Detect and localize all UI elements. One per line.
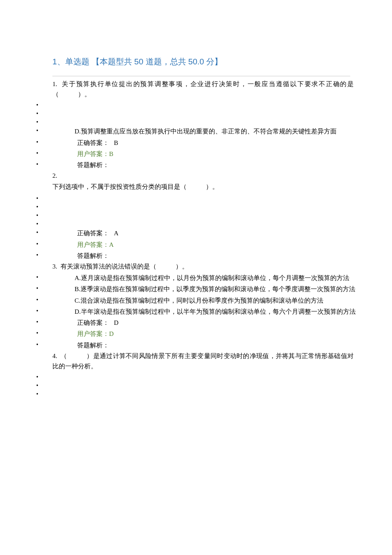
analysis-label: 答题解析： [77,162,109,168]
question-number: 2. [52,172,57,179]
correct-answer-value: D [114,319,118,326]
option-b [36,202,358,211]
section-title: 1、单选题 【本题型共 50 道题，总共 50.0 分】 [52,55,358,68]
question-1-options: D.预算调整重点应当放在预算执行中出现的重要的、非正常的、不符合常规的关键性差异… [45,100,358,171]
question-text-line: 4. （ ）是通过计算不同风险情景下所有主要变量同时变动时的净现值，并将其与正常… [52,351,354,371]
correct-answer-value: A [114,230,118,237]
question-4: 4. （ ）是通过计算不同风险情景下所有主要变量同时变动时的净现值，并将其与正常… [52,351,354,371]
question-stem: 下列选项中，不属于按投资性质分类的项目是（ ）。 [52,182,354,192]
question-stem: 有关滚动预算法的说法错误的是（ ）。 [61,263,188,270]
question-3-options: A.逐月滚动是指在预算编制过程中，以月份为预算的编制和滚动单位，每个月调整一次预… [45,272,358,351]
user-answer-value: B [109,150,113,157]
option-d: D.半年滚动是指在预算编制过程中，以半年为预算的编制和滚动单位，每六个月调整一次… [36,306,358,317]
question-3: 3. 有关滚动预算法的说法错误的是（ ）。 [52,261,354,272]
correct-answer: 正确答案： B [36,137,358,148]
analysis: 答题解析： [36,159,358,171]
option-d: D.预算调整重点应当放在预算执行中出现的重要的、非正常的、不符合常规的关键性差异… [36,126,358,137]
option-c [36,211,358,219]
option-a [36,194,358,202]
question-1: 1. 关于预算执行单位提出的预算调整事项，企业进行决策时，一般应当遵循以下要求不… [52,79,354,99]
analysis-label: 答题解析： [77,252,109,259]
correct-answer-value: B [114,139,118,146]
user-answer-label: 用户答案： [77,241,109,248]
option-letter: A. [75,275,81,281]
option-letter: B. [75,286,81,292]
correct-answer-label: 正确答案： [77,139,109,146]
option-text: 逐季滚动是指在预算编制过程中，以季度为预算的编制和滚动单位，每个季度调整一次预算… [81,286,355,292]
user-answer-value: A [109,241,114,248]
option-a [36,100,358,109]
option-letter: D. [75,308,81,315]
option-c [36,117,358,126]
option-b [36,109,358,117]
option-b: B.逐季滚动是指在预算编制过程中，以季度为预算的编制和滚动单位，每个季度调整一次… [36,283,358,295]
section-divider [52,76,350,76]
option-d [36,219,358,228]
option-c [36,389,358,398]
question-4-options [45,372,358,398]
question-text-line: 1. 关于预算执行单位提出的预算调整事项，企业进行决策时，一般应当遵循以下要求不… [52,79,354,99]
question-stem: （ ）是通过计算不同风险情景下所有主要变量同时变动时的净现值，并将其与正常情形基… [52,353,354,370]
question-number: 4. [52,353,57,359]
user-answer-value: D [109,330,114,337]
user-answer: 用户答案：A [36,239,358,250]
question-stem: 关于预算执行单位提出的预算调整事项，企业进行决策时，一般应当遵循以下要求不正确的… [52,81,354,98]
question-2: 2. 下列选项中，不属于按投资性质分类的项目是（ ）。 [52,171,354,192]
option-text: 混合滚动是指在预算编制过程中，同时以月份和季度作为预算的编制和滚动单位的方法 [81,297,323,304]
correct-answer: 正确答案： A [36,228,358,239]
analysis: 答题解析： [36,250,358,261]
user-answer: 用户答案：D [36,328,358,339]
option-letter: D. [75,128,81,135]
option-b [36,381,358,389]
option-text: 预算调整重点应当放在预算执行中出现的重要的、非正常的、不符合常规的关键性差异方面 [81,128,337,135]
user-answer-label: 用户答案： [77,330,109,337]
analysis: 答题解析： [36,340,358,351]
option-text: 半年滚动是指在预算编制过程中，以半年为预算的编制和滚动单位，每六个月调整一次预算… [81,308,356,315]
question-text-line: 3. 有关滚动预算法的说法错误的是（ ）。 [52,261,354,272]
analysis-label: 答题解析： [77,342,109,349]
option-a: A.逐月滚动是指在预算编制过程中，以月份为预算的编制和滚动单位，每个月调整一次预… [36,272,358,283]
option-c: C.混合滚动是指在预算编制过程中，同时以月份和季度作为预算的编制和滚动单位的方法 [36,295,358,306]
question-number-line: 2. [52,171,354,181]
question-number: 1. [52,81,57,87]
question-2-options: 正确答案： A 用户答案：A 答题解析： [45,194,358,261]
option-a [36,372,358,381]
question-number: 3. [52,263,57,270]
correct-answer: 正确答案： D [36,317,358,328]
correct-answer-label: 正确答案： [77,319,109,326]
option-letter: C. [75,297,81,304]
option-text: 逐月滚动是指在预算编制过程中，以月份为预算的编制和滚动单位，每个月调整一次预算的… [81,275,349,281]
correct-answer-label: 正确答案： [77,230,109,237]
user-answer: 用户答案：B [36,148,358,159]
user-answer-label: 用户答案： [77,150,109,157]
